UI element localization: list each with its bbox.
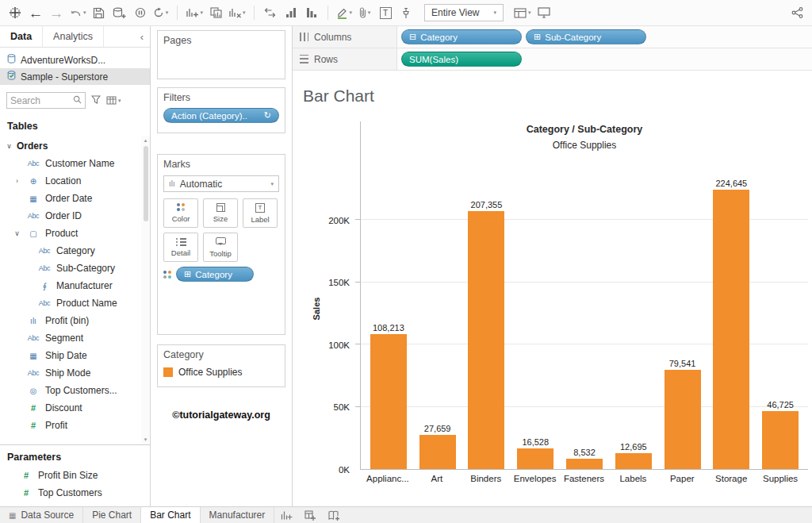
show-cards-button[interactable]: ▾ [514,2,531,23]
pill-sum-sales[interactable]: SUM(Sales) [401,52,522,67]
field-product[interactable]: ∨▢Product [0,225,150,242]
chevron-down-icon[interactable]: ▾ [368,10,371,16]
bar-fasteners[interactable] [566,459,603,469]
clear-sheet-button[interactable]: ▾ [228,2,246,23]
expand-hierarchy-icon[interactable]: ⊞ [534,33,541,41]
sort-descending-button[interactable] [304,2,320,23]
field-profit[interactable]: #Profit [0,417,150,434]
chevron-down-icon[interactable]: ▾ [83,10,86,16]
chevron-down-icon[interactable]: ▾ [201,10,204,16]
chevron-down-icon[interactable]: ▾ [118,98,121,104]
parameter-profit-bin-size[interactable]: #Profit Bin Size [0,467,150,484]
bar-applianc[interactable] [370,334,407,469]
sort-ascending-button[interactable] [283,2,299,23]
plot-area[interactable]: 108,21327,659207,35516,5288,53212,69579,… [360,158,808,470]
bar-labels[interactable] [615,453,652,469]
pill-action-category-filter[interactable]: Action (Category).. ↻ [163,108,279,123]
columns-shelf[interactable]: Columns ⊟Category⊞Sub-Category [293,26,812,48]
y-axis-ticks[interactable]: 0K50K100K150K200K [316,158,356,470]
forward-button[interactable]: → [48,2,64,23]
pause-updates-button[interactable] [132,2,148,23]
field-product-name[interactable]: AbcProduct Name [0,294,150,312]
search-field[interactable] [6,92,86,109]
refresh-button[interactable]: ▾ [153,2,169,23]
expand-caret-icon[interactable]: › [13,177,21,185]
new-datasource-button[interactable] [112,2,128,23]
tab-analytics[interactable]: Analytics [43,26,104,47]
tooltip-button[interactable]: Tooltip [203,233,238,262]
tab-bar-chart[interactable]: Bar Chart [141,507,200,523]
bar-envelopes[interactable] [517,448,553,469]
field-segment[interactable]: AbcSegment [0,329,150,347]
legend-item[interactable]: Office Supplies [163,367,279,378]
undo-button[interactable]: ▾ [69,2,86,23]
back-button[interactable]: ← [28,2,44,23]
chevron-down-icon[interactable]: ▾ [243,10,246,16]
color-legend-card[interactable]: Category Office Supplies [157,344,285,387]
mark-type-dropdown[interactable]: ılı Automatic ▾ [163,175,279,192]
duplicate-sheet-button[interactable] [208,2,224,23]
expand-hierarchy-icon[interactable]: ⊞ [184,270,191,279]
fix-axes-button[interactable] [398,2,414,23]
new-worksheet-button[interactable]: ▾ [186,2,204,23]
view-options-icon[interactable]: ▾ [106,96,121,105]
show-mark-labels-button[interactable]: T [377,2,393,23]
field-top-customers[interactable]: ◎Top Customers... [0,382,150,399]
field-order-id[interactable]: AbcOrder ID [0,207,150,225]
expand-caret-icon[interactable]: ∨ [13,229,21,237]
color-button[interactable]: Color [163,198,198,228]
chevron-down-icon[interactable]: ▾ [528,10,531,16]
pages-card[interactable]: Pages [157,30,285,79]
field-customer-name[interactable]: AbcCustomer Name [0,155,150,172]
presentation-mode-button[interactable] [536,2,552,23]
new-worksheet-tab-button[interactable] [274,507,298,523]
new-dashboard-button[interactable] [298,507,322,523]
field-sub-category[interactable]: AbcSub-Category [0,260,150,277]
scroll-up-icon[interactable]: ▴ [144,137,147,144]
pill-category[interactable]: ⊟Category [401,29,522,44]
field-category[interactable]: AbcCategory [0,242,150,260]
save-button[interactable] [91,2,107,23]
share-button[interactable] [789,2,805,23]
collapse-pane-icon[interactable]: ‹ [134,31,150,43]
bar-art[interactable] [419,435,456,469]
new-story-button[interactable] [322,507,346,523]
search-input[interactable] [10,95,69,106]
field-order-date[interactable]: ▦Order Date [0,190,150,207]
fields-scrollbar[interactable]: ▴ ▾ [141,136,150,444]
collapse-hierarchy-icon[interactable]: ⊟ [409,33,416,41]
filter-fields-icon[interactable] [91,95,101,106]
scroll-down-icon[interactable]: ▾ [144,436,147,443]
swap-axes-button[interactable] [262,2,278,23]
label-button[interactable]: Label [243,198,278,228]
field-profit-bin[interactable]: ılıProfit (bin) [0,312,150,329]
bar-supplies[interactable] [762,411,799,469]
tab-data[interactable]: Data [0,26,43,47]
filters-card[interactable]: Filters Action (Category).. ↻ [157,87,285,133]
datasource-sample-superstore[interactable]: Sample - Superstore [0,68,150,85]
bar-binders[interactable] [468,211,504,469]
x-axis-labels[interactable]: Applianc...ArtBindersEnvelopesFastenersL… [360,470,808,490]
datasource-adventureworks[interactable]: AdventureWorksD... [0,52,150,68]
field-ship-mode[interactable]: AbcShip Mode [0,364,150,382]
fit-selector[interactable]: Entire View ▾ [424,4,504,21]
field-manufacturer[interactable]: ∮Manufacturer [0,277,150,294]
collapse-caret-icon[interactable]: ∨ [5,142,13,150]
pill-sub-category[interactable]: ⊞Sub-Category [526,29,646,44]
tab-manufacturer[interactable]: Manufacturer [201,507,275,523]
size-button[interactable]: Size [203,198,238,228]
marks-card[interactable]: Marks ılı Automatic ▾ Color Size [157,154,285,335]
field-ship-date[interactable]: ▦Ship Date [0,347,150,364]
field-location[interactable]: ›⊕Location [0,172,150,190]
pill-category-marks[interactable]: ⊞ Category [176,267,254,282]
field-discount[interactable]: #Discount [0,399,150,417]
attachment-button[interactable]: ▾ [357,2,373,23]
bar-storage[interactable] [713,190,749,469]
chevron-down-icon[interactable]: ▾ [350,10,353,16]
detail-button[interactable]: Detail [163,233,198,262]
tab-data-source[interactable]: ▦Data Source [0,507,83,523]
highlight-button[interactable]: ▾ [336,2,353,23]
tableau-logo-icon[interactable] [7,2,23,23]
chevron-down-icon[interactable]: ▾ [166,10,169,16]
parameter-top-customers[interactable]: #Top Customers [0,484,150,502]
